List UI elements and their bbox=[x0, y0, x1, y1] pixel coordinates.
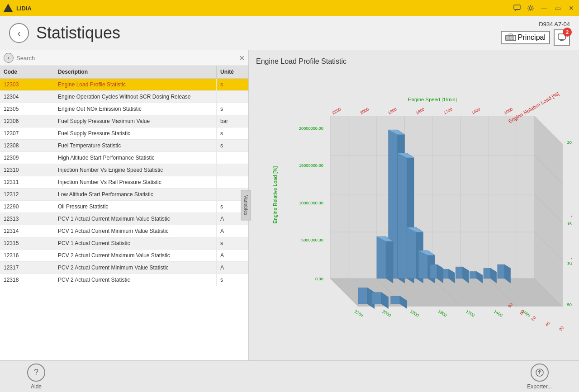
table-row[interactable]: 12290Oil Pressure Statistics bbox=[0, 201, 248, 213]
svg-marker-59 bbox=[391, 296, 400, 304]
table-row[interactable]: 12305Engine Out NOx Emission Statistics bbox=[0, 103, 248, 115]
svg-text:40: 40 bbox=[544, 321, 551, 327]
content: Variables ‹ ✕ Code Description Unité 123… bbox=[0, 50, 579, 360]
svg-marker-55 bbox=[358, 288, 368, 304]
bottom-bar: ? Aide Exporter... bbox=[0, 360, 579, 392]
svg-rect-4 bbox=[509, 36, 511, 40]
row-unite: bar bbox=[217, 115, 248, 127]
table-row[interactable]: 12313PCV 1 Actual Current Maximum Value … bbox=[0, 213, 248, 225]
table-header: Code Description Unité bbox=[0, 66, 248, 79]
svg-text:2200: 2200 bbox=[354, 309, 364, 318]
row-code: 12318 bbox=[0, 274, 54, 286]
search-input[interactable] bbox=[16, 55, 236, 61]
row-code: 12311 bbox=[0, 176, 54, 188]
svg-text:0.00: 0.00 bbox=[315, 277, 323, 281]
back-button[interactable]: ‹ bbox=[9, 23, 29, 43]
variables-tab[interactable]: Variables bbox=[241, 190, 251, 220]
row-code: 12308 bbox=[0, 140, 54, 151]
table-row[interactable]: 12306Fuel Supply Pressure Maximum Valueb… bbox=[0, 115, 248, 128]
row-description: Engine Out NOx Emission Statistic bbox=[54, 103, 217, 115]
device-controls: Principal 2 bbox=[501, 29, 570, 46]
table-row[interactable]: 12308Fuel Temperature Statistics bbox=[0, 140, 248, 152]
export-label: Exporter... bbox=[527, 383, 552, 390]
svg-marker-31 bbox=[398, 153, 407, 279]
notification-button[interactable]: 2 bbox=[554, 29, 570, 46]
help-button[interactable]: ? Aide bbox=[27, 364, 45, 390]
notification-badge: 2 bbox=[563, 28, 572, 37]
settings-icon[interactable] bbox=[527, 4, 535, 12]
row-description: Oil Pressure Statistic bbox=[54, 201, 217, 213]
table-row[interactable]: 12309High Altitude Start Performance Sta… bbox=[0, 152, 248, 164]
table-row[interactable]: 12311Injection Number Vs Rail Pressure S… bbox=[0, 176, 248, 189]
header-left: ‹ Statistiques bbox=[9, 23, 120, 43]
row-code: 12310 bbox=[0, 164, 54, 176]
chat-icon[interactable] bbox=[513, 4, 521, 12]
svg-marker-37 bbox=[407, 227, 417, 279]
restore-icon[interactable]: ▭ bbox=[554, 4, 562, 12]
close-icon[interactable]: ✕ bbox=[567, 4, 575, 12]
svg-text:60: 60 bbox=[530, 315, 536, 321]
svg-text:1800: 1800 bbox=[415, 107, 426, 115]
table-row[interactable]: 12312Low Altitude Start Performance Stat… bbox=[0, 189, 248, 201]
svg-marker-45 bbox=[456, 267, 462, 279]
help-icon: ? bbox=[27, 364, 45, 382]
right-panel: Engine Load Profile Statistic bbox=[249, 50, 579, 360]
row-unite: A bbox=[217, 225, 248, 237]
device-info: D934 A7-04 Principal bbox=[501, 21, 570, 46]
table-row[interactable]: 12310Injection Number Vs Engine Speed St… bbox=[0, 164, 248, 176]
col-code: Code bbox=[0, 66, 54, 78]
row-unite: s bbox=[217, 79, 248, 90]
prev-button[interactable]: ‹ bbox=[4, 53, 14, 63]
minimize-icon[interactable]: — bbox=[540, 4, 548, 12]
svg-marker-35 bbox=[386, 236, 393, 283]
export-icon bbox=[531, 364, 549, 382]
table-row[interactable]: 12316PCV 2 Actual Current Maximum Value … bbox=[0, 250, 248, 262]
svg-marker-49 bbox=[484, 268, 490, 279]
row-code: 12303 bbox=[0, 79, 54, 90]
row-code: 12316 bbox=[0, 250, 54, 261]
page-title: Statistiques bbox=[36, 24, 120, 43]
table-row[interactable]: 12304Engine Operation Cycles Without SCR… bbox=[0, 91, 248, 103]
svg-text:1900: 1900 bbox=[387, 107, 398, 115]
svg-text:2000: 2000 bbox=[359, 107, 370, 115]
left-panel: Variables ‹ ✕ Code Description Unité 123… bbox=[0, 50, 249, 360]
svg-marker-57 bbox=[372, 293, 382, 304]
device-icon-box[interactable]: Principal bbox=[501, 31, 550, 44]
row-code: 12313 bbox=[0, 213, 54, 225]
row-description: Fuel Temperature Statistic bbox=[54, 140, 217, 151]
row-description: PCV 2 Actual Current Maximum Value Stati… bbox=[54, 250, 217, 261]
row-unite bbox=[217, 164, 248, 176]
row-code: 12309 bbox=[0, 152, 54, 164]
table-row[interactable]: 12303Engine Load Profile Statistics bbox=[0, 79, 248, 91]
export-button[interactable]: Exporter... bbox=[527, 364, 552, 390]
row-description: Engine Load Profile Statistic bbox=[54, 79, 217, 90]
svg-text:1800: 1800 bbox=[437, 309, 448, 318]
row-code: 12305 bbox=[0, 103, 54, 115]
row-code: 12312 bbox=[0, 189, 54, 200]
svg-text:Engine Speed [1/min]: Engine Speed [1/min] bbox=[408, 97, 457, 102]
table-row[interactable]: 12317PCV 2 Actual Current Minimum Value … bbox=[0, 262, 248, 274]
app-title: LIDIA bbox=[16, 5, 32, 12]
search-close-icon[interactable]: ✕ bbox=[239, 54, 245, 62]
svg-text:20000000.00: 20000000.00 bbox=[567, 140, 572, 145]
row-description: Injection Number Vs Rail Pressure Statis… bbox=[54, 176, 217, 188]
search-bar: ‹ ✕ bbox=[0, 50, 248, 66]
col-description: Description bbox=[54, 66, 217, 78]
row-unite: A bbox=[217, 250, 248, 261]
svg-text:10000000.00: 10000000.00 bbox=[299, 201, 323, 205]
svg-text:1700: 1700 bbox=[465, 309, 475, 318]
row-unite: s bbox=[217, 237, 248, 249]
table-row[interactable]: 12315PCV 1 Actual Current Statistics bbox=[0, 237, 248, 250]
row-description: Engine Operation Cycles Without SCR Dosi… bbox=[54, 91, 217, 103]
table-row[interactable]: 12318PCV 2 Actual Current Statistics bbox=[0, 274, 248, 286]
titlebar: LIDIA — ▭ ✕ bbox=[0, 0, 579, 16]
table-row[interactable]: 12307Fuel Supply Pressure Statistics bbox=[0, 128, 248, 140]
svg-text:Engine Relative Load [%]: Engine Relative Load [%] bbox=[272, 166, 278, 224]
titlebar-left: LIDIA bbox=[4, 4, 32, 13]
table-row[interactable]: 12314PCV 1 Actual Current Minimum Value … bbox=[0, 225, 248, 237]
svg-rect-3 bbox=[507, 36, 508, 40]
row-description: High Altitude Start Performance Statisti… bbox=[54, 152, 217, 164]
device-id: D934 A7-04 bbox=[539, 21, 570, 28]
svg-rect-0 bbox=[514, 5, 520, 9]
svg-text:2000: 2000 bbox=[382, 309, 392, 318]
